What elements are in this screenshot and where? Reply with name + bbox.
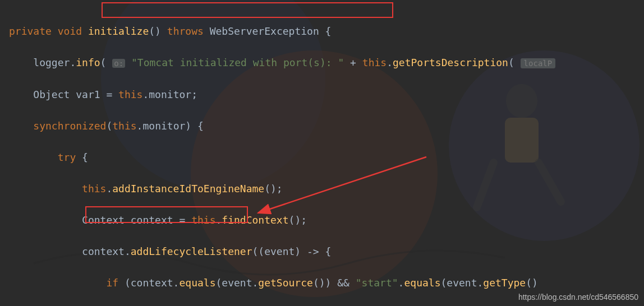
- keyword-if: if: [106, 277, 118, 289]
- keyword-synchronized: synchronized: [33, 120, 106, 132]
- method-name: initialize: [88, 25, 149, 37]
- param-label: localP: [521, 58, 556, 68]
- watermark-text: https://blog.csdn.net/cd546566850: [518, 293, 638, 302]
- keyword-try: try: [58, 151, 76, 163]
- keyword-void: void: [58, 25, 82, 37]
- code-line: this.addInstanceIdToEngineName();: [9, 181, 644, 197]
- param-hint: o:: [112, 59, 125, 68]
- keyword-throws: throws: [167, 25, 204, 37]
- exception-type: WebServerException: [210, 25, 319, 37]
- code-line: logger.info( o: "Tomcat initialized with…: [9, 55, 644, 71]
- code-editor[interactable]: private void initialize() throws WebServ…: [0, 0, 644, 306]
- code-line: try {: [9, 150, 644, 165]
- code-line: if (context.equals(event.getSource()) &&…: [9, 275, 644, 291]
- code-line: synchronized(this.monitor) {: [9, 118, 644, 134]
- code-line: Object var1 = this.monitor;: [9, 87, 644, 103]
- keyword-private: private: [9, 25, 52, 37]
- code-line: Context context = this.findContext();: [9, 212, 644, 228]
- code-line: private void initialize() throws WebServ…: [9, 24, 644, 39]
- code-line: context.addLifecycleListener((event) -> …: [9, 244, 644, 259]
- string-literal: "Tomcat initialized with port(s): ": [131, 57, 344, 68]
